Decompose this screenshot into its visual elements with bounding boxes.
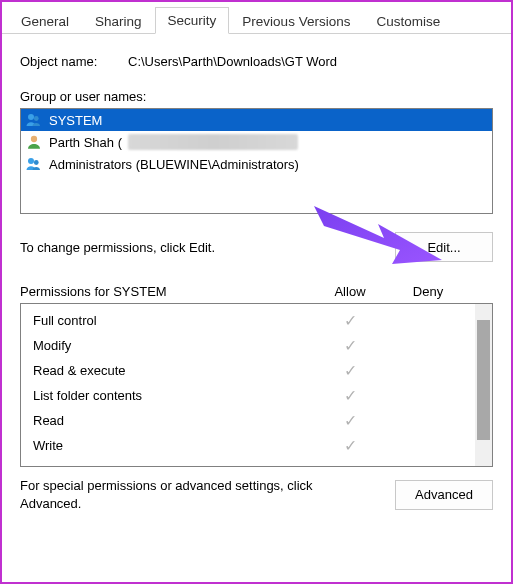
- group-names-label: Group or user names:: [20, 89, 493, 104]
- object-name-label: Object name:: [20, 54, 128, 69]
- permission-row[interactable]: Full control ✓: [21, 308, 475, 333]
- svg-point-4: [34, 160, 39, 165]
- list-item[interactable]: Administrators (BLUEWINE\Administrators): [21, 153, 492, 175]
- security-panel: Object name: C:\Users\Parth\Downloads\GT…: [2, 34, 511, 522]
- properties-dialog: General Sharing Security Previous Versio…: [0, 0, 513, 584]
- allow-check-icon: ✓: [311, 336, 389, 355]
- group-names-list[interactable]: SYSTEM Parth Shah ( Administrators (BLUE…: [20, 108, 493, 214]
- permission-row[interactable]: Write ✓: [21, 433, 475, 458]
- list-item[interactable]: Parth Shah (: [21, 131, 492, 153]
- permission-row[interactable]: Modify ✓: [21, 333, 475, 358]
- allow-check-icon: ✓: [311, 436, 389, 455]
- column-deny: Deny: [389, 284, 467, 299]
- tab-customise[interactable]: Customise: [363, 8, 453, 34]
- edit-hint: To change permissions, click Edit.: [20, 240, 215, 255]
- svg-point-2: [31, 136, 37, 142]
- permission-name: Write: [33, 438, 311, 453]
- allow-check-icon: ✓: [311, 361, 389, 380]
- tab-sharing[interactable]: Sharing: [82, 8, 155, 34]
- list-item[interactable]: SYSTEM: [21, 109, 492, 131]
- permission-name: List folder contents: [33, 388, 311, 403]
- object-name-value: C:\Users\Parth\Downloads\GT Word: [128, 54, 337, 69]
- permission-row[interactable]: Read ✓: [21, 408, 475, 433]
- scrollbar[interactable]: [475, 304, 492, 466]
- tab-previous-versions[interactable]: Previous Versions: [229, 8, 363, 34]
- list-item-label: Parth Shah (: [49, 135, 122, 150]
- permission-name: Modify: [33, 338, 311, 353]
- tab-general[interactable]: General: [8, 8, 82, 34]
- permission-row[interactable]: Read & execute ✓: [21, 358, 475, 383]
- allow-check-icon: ✓: [311, 411, 389, 430]
- svg-point-3: [28, 158, 34, 164]
- column-allow: Allow: [311, 284, 389, 299]
- permissions-title: Permissions for SYSTEM: [20, 284, 311, 299]
- group-icon: [25, 155, 43, 173]
- advanced-hint: For special permissions or advanced sett…: [20, 477, 340, 512]
- allow-check-icon: ✓: [311, 386, 389, 405]
- tab-security[interactable]: Security: [155, 7, 230, 34]
- tab-strip: General Sharing Security Previous Versio…: [2, 2, 511, 34]
- allow-check-icon: ✓: [311, 311, 389, 330]
- group-icon: [25, 111, 43, 129]
- svg-point-1: [34, 116, 39, 121]
- list-item-label: Administrators (BLUEWINE\Administrators): [49, 157, 299, 172]
- list-item-label: SYSTEM: [49, 113, 102, 128]
- user-icon: [25, 133, 43, 151]
- redacted-text: [128, 134, 298, 150]
- edit-button[interactable]: Edit...: [395, 232, 493, 262]
- object-name-row: Object name: C:\Users\Parth\Downloads\GT…: [20, 54, 493, 69]
- permissions-header: Permissions for SYSTEM Allow Deny: [20, 284, 493, 299]
- permission-name: Read: [33, 413, 311, 428]
- permissions-list: Full control ✓ Modify ✓ Read & execute ✓…: [20, 303, 493, 467]
- scrollbar-thumb[interactable]: [477, 320, 490, 440]
- advanced-button[interactable]: Advanced: [395, 480, 493, 510]
- svg-point-0: [28, 114, 34, 120]
- permission-name: Read & execute: [33, 363, 311, 378]
- permission-name: Full control: [33, 313, 311, 328]
- permission-row[interactable]: List folder contents ✓: [21, 383, 475, 408]
